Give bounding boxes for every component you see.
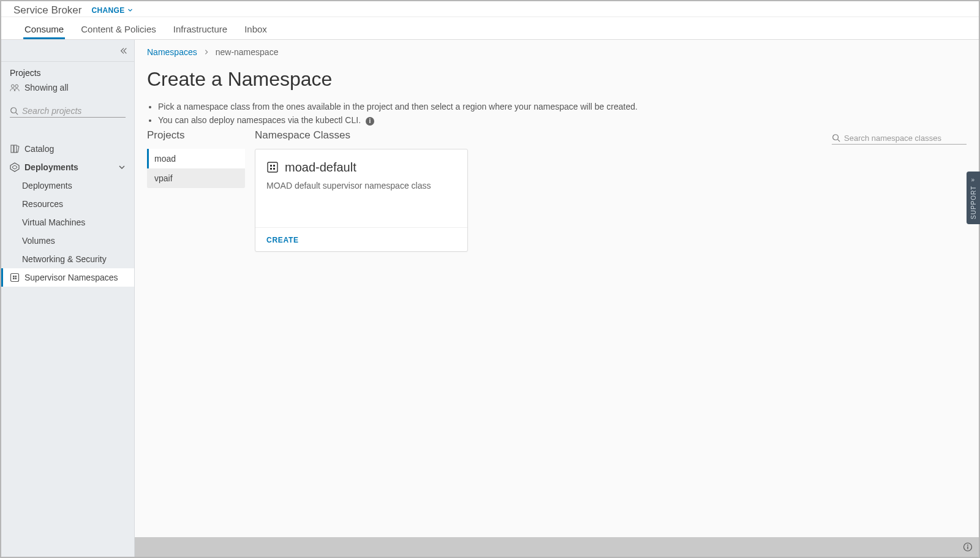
project-item-vpaif[interactable]: vpaif (147, 168, 245, 188)
namespace-class-card: moad-default MOAD default supervisor nam… (255, 149, 468, 252)
projects-heading: Projects (147, 129, 245, 141)
support-label: SUPPORT (970, 186, 977, 219)
svg-rect-4 (14, 145, 17, 153)
users-icon (10, 83, 20, 92)
nav-deployments[interactable]: Deployments (1, 158, 134, 176)
chevron-down-icon (118, 164, 126, 171)
info-circle-icon[interactable] (963, 542, 973, 552)
sidebar-search[interactable] (10, 106, 126, 118)
nav-resources[interactable]: Resources (1, 195, 134, 213)
support-tab[interactable]: SUPPORT » (967, 172, 980, 224)
svg-rect-17 (273, 168, 275, 170)
projects-list: moad vpaif (147, 149, 245, 188)
chevron-right-icon (203, 49, 209, 55)
svg-rect-7 (11, 274, 19, 282)
project-item-moad[interactable]: moad (147, 149, 245, 168)
svg-point-12 (833, 135, 839, 140)
sidebar: Projects Showing all Catalog Deployments (1, 40, 135, 557)
info-icon[interactable]: i (366, 117, 374, 126)
tab-content-policies[interactable]: Content & Policies (72, 24, 165, 39)
breadcrumb: Namespaces new-namespace (147, 47, 967, 57)
tab-infrastructure[interactable]: Infrastructure (165, 24, 236, 39)
app-title: Service Broker (13, 4, 81, 17)
nav-supervisor-namespaces[interactable]: Supervisor Namespaces (1, 268, 134, 287)
chevron-down-icon (127, 7, 133, 13)
sidebar-projects-heading: Projects (10, 68, 126, 78)
svg-rect-11 (15, 278, 17, 280)
desc-line-2: You can also deploy namespaces via the k… (158, 115, 967, 126)
create-button[interactable]: CREATE (266, 236, 299, 244)
search-icon (832, 134, 840, 142)
card-subtitle: MOAD default supervisor namespace class (266, 181, 456, 190)
card-title: moad-default (266, 160, 456, 175)
tab-consume[interactable]: Consume (16, 24, 72, 39)
classes-heading: Namespace Classes (255, 129, 350, 141)
breadcrumb-current: new-namespace (216, 47, 279, 57)
svg-rect-15 (273, 165, 275, 167)
catalog-icon (10, 144, 20, 154)
svg-point-0 (11, 85, 14, 88)
status-bar (135, 537, 979, 557)
desc-line-1: Pick a namespace class from the ones ava… (158, 102, 967, 111)
main-area: Namespaces new-namespace Create a Namesp… (135, 40, 979, 557)
svg-rect-19 (967, 546, 968, 549)
svg-rect-14 (270, 165, 272, 167)
svg-rect-16 (270, 168, 272, 170)
breadcrumb-root[interactable]: Namespaces (147, 47, 197, 57)
svg-marker-5 (10, 163, 19, 172)
brand-bar: Service Broker CHANGE (1, 1, 979, 17)
svg-rect-3 (11, 145, 13, 153)
nav-catalog[interactable]: Catalog (1, 140, 134, 158)
deployments-icon (10, 162, 20, 172)
namespace-class-icon (266, 161, 279, 173)
nav-deployments-sub[interactable]: Deployments (1, 176, 134, 195)
search-icon (10, 107, 18, 115)
page-description: Pick a namespace class from the ones ava… (147, 102, 967, 126)
tab-inbox[interactable]: Inbox (236, 24, 276, 39)
svg-point-20 (967, 545, 968, 546)
double-chevron-up-icon: » (971, 176, 976, 183)
svg-point-1 (15, 85, 18, 88)
double-chevron-left-icon (119, 47, 128, 55)
sidebar-showing-text: Showing all (24, 83, 69, 92)
nav-vms[interactable]: Virtual Machines (1, 213, 134, 232)
top-nav: Consume Content & Policies Infrastructur… (1, 17, 979, 40)
svg-rect-9 (15, 276, 17, 277)
svg-rect-13 (268, 162, 277, 172)
nav-volumes[interactable]: Volumes (1, 232, 134, 250)
sidebar-nav: Catalog Deployments Deployments Resource… (1, 140, 134, 287)
sidebar-search-input[interactable] (22, 106, 129, 116)
svg-rect-10 (13, 278, 15, 280)
namespace-icon (10, 273, 20, 282)
classes-search[interactable] (832, 134, 967, 145)
sidebar-project-filter[interactable]: Showing all (1, 83, 134, 92)
sidebar-collapse[interactable] (1, 40, 134, 62)
page-title: Create a Namespace (147, 68, 967, 91)
svg-rect-8 (13, 276, 15, 277)
nav-network[interactable]: Networking & Security (1, 250, 134, 268)
svg-point-2 (11, 108, 17, 113)
classes-search-input[interactable] (844, 134, 967, 143)
change-service-link[interactable]: CHANGE (91, 6, 132, 15)
svg-marker-6 (13, 165, 17, 169)
change-label: CHANGE (91, 6, 124, 15)
